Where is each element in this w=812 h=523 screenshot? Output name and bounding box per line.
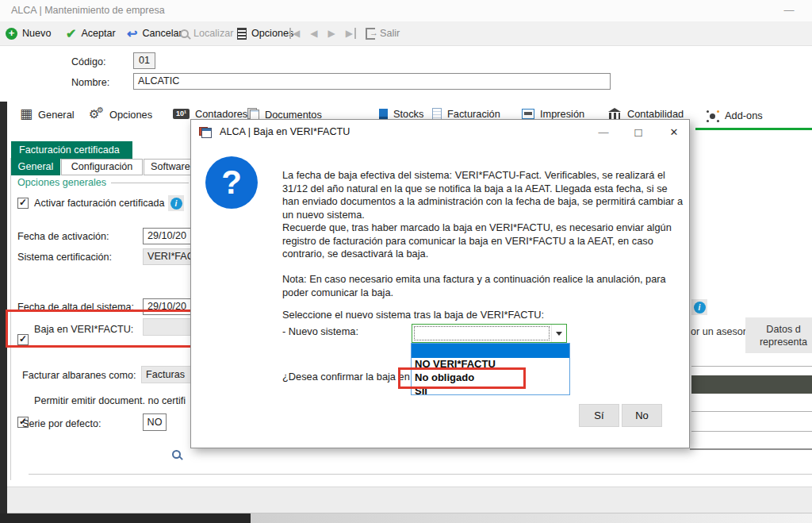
search-icon (180, 29, 189, 38)
window-minimize-icon[interactable]: — (776, 2, 802, 19)
addons-icon (705, 108, 719, 122)
no-button[interactable]: No (622, 404, 662, 427)
serie-defecto-label: Serie por defecto: (22, 418, 101, 429)
next-record-icon[interactable] (327, 28, 335, 39)
previous-record-icon[interactable] (310, 28, 317, 39)
nombre-field[interactable]: ALCATIC (133, 73, 611, 90)
sistema-certificacion-label: Sistema certificación: (17, 252, 112, 263)
gears-icon (89, 108, 104, 121)
dialog-paragraph-1: La fecha de baja efectiva del sistema: V… (282, 169, 685, 221)
aceptar-button[interactable]: Aceptar (66, 21, 116, 45)
tab-contabilidad-label: Contabilidad (627, 108, 684, 120)
salir-button[interactable]: Salir (366, 21, 400, 45)
desktop-fragment (251, 513, 812, 523)
activar-label: Activar facturación certificada (34, 198, 165, 209)
info-circle-icon (694, 302, 706, 313)
dialog-paragraph-2: Recuerde que, tras haber marcado la baja… (282, 221, 685, 261)
tab-general[interactable]: General (20, 108, 75, 121)
dialog-minimize-icon[interactable] (592, 120, 615, 144)
tab-impresion[interactable]: Impresión (522, 108, 584, 120)
activar-checkbox[interactable] (17, 198, 29, 209)
app-window: ALCA | Mantenimiento de empresa — Nuevo … (0, 0, 812, 523)
asesor-text: or un asesor (691, 326, 746, 337)
tab-addons[interactable]: Add-ons (705, 108, 763, 122)
tab-stocks[interactable]: Stocks (379, 108, 423, 120)
facturar-albaranes-label: Facturar albaranes como: (22, 370, 136, 381)
table-line (691, 366, 812, 367)
tab-facturacion[interactable]: Facturación (432, 108, 500, 120)
table-line (691, 431, 812, 432)
taskbar-fragment (0, 513, 251, 523)
tab-contabilidad[interactable]: Contabilidad (607, 108, 684, 120)
stock-box-icon (379, 109, 388, 120)
si-button[interactable]: Sí (579, 404, 619, 427)
tab-facturacion-label: Facturación (447, 108, 500, 120)
dropdown-option-selected-blank[interactable] (412, 344, 569, 358)
nuevo-sistema-label: - Nuevo sistema: (282, 325, 358, 337)
counter-icon: 10¹ (173, 109, 190, 119)
confirm-question-text: ¿Desea confirmar la baja en (282, 371, 410, 383)
baja-highlight-rectangle (6, 310, 193, 348)
opciones-generales-heading: Opciones generales (17, 177, 106, 188)
first-record-icon[interactable] (289, 28, 300, 39)
datos-line2: representa (760, 336, 807, 348)
salir-label: Salir (380, 28, 400, 39)
exit-icon (366, 28, 375, 40)
serie-defecto-field[interactable]: NO (143, 413, 167, 431)
serie-search-icon[interactable] (172, 450, 181, 459)
nuevo-sistema-combobox[interactable] (412, 324, 567, 343)
cancelar-button[interactable]: Cancelar (127, 21, 182, 45)
baja-verifactu-dialog: ALCA | Baja en VERI*FACTU La fecha de ba… (190, 119, 690, 448)
combo-focus-rect (414, 326, 550, 340)
tab-opciones[interactable]: Opciones (89, 108, 152, 121)
table-icon (20, 108, 33, 121)
check-icon (66, 26, 76, 41)
tab-general-label: General (38, 109, 75, 121)
info-icon[interactable] (168, 195, 184, 211)
panel-bottom-border (29, 474, 812, 475)
cancelar-label: Cancelar (142, 28, 182, 39)
plus-icon (6, 28, 17, 40)
codigo-label: Código: (71, 56, 105, 67)
dialog-paragraph-3: Nota: En caso necesario emita una factur… (282, 273, 685, 299)
window-title: ALCA | Mantenimiento de empresa (11, 5, 165, 16)
localizar-button[interactable]: Localizar (180, 21, 233, 45)
dialog-title: ALCA | Baja en VERI*FACTU (220, 126, 350, 137)
no-obligado-highlight-rectangle (398, 367, 526, 389)
tab-stocks-label: Stocks (393, 108, 423, 120)
tab-contadores[interactable]: 10¹ Contadores (173, 108, 247, 120)
nuevo-button[interactable]: Nuevo (6, 21, 51, 45)
opciones-button[interactable]: Opciones (237, 21, 293, 45)
subtab-configuracion[interactable]: Configuración (61, 159, 143, 175)
datos-line1: Datos d (766, 323, 800, 336)
dialog-close-icon[interactable] (662, 120, 686, 144)
info-icon-right[interactable] (691, 299, 707, 315)
selected-tab-indicator (695, 128, 812, 130)
nombre-label: Nombre: (71, 77, 109, 88)
last-record-icon[interactable] (346, 28, 356, 39)
status-bar (7, 486, 812, 513)
facturacion-certificada-tab[interactable]: Facturación certificada (11, 141, 132, 159)
aceptar-label: Aceptar (81, 28, 115, 39)
invoice-icon (432, 108, 442, 120)
dialog-maximize-icon[interactable] (626, 120, 650, 144)
table-line (691, 411, 812, 412)
combo-dropdown-button[interactable] (551, 325, 566, 342)
record-navigation (289, 21, 356, 45)
datos-representante-button[interactable]: Datos d representa (745, 317, 812, 353)
codigo-field[interactable]: 01 (133, 52, 155, 69)
tab-impresion-label: Impresión (540, 108, 584, 120)
bank-icon (607, 108, 622, 120)
dialog-select-instruction: Seleccione el nuevo sistema tras la baja… (282, 309, 685, 322)
question-icon (205, 156, 258, 209)
fecha-activacion-label: Fecha de activación: (17, 231, 109, 242)
permitir-label: Permitir emitir document. no certifi (34, 395, 186, 406)
info-circle-icon (170, 198, 182, 210)
title-bar: ALCA | Mantenimiento de empresa — (0, 0, 812, 21)
tab-contadores-label: Contadores (195, 108, 247, 120)
tab-addons-label: Add-ons (725, 110, 763, 121)
subtab-general[interactable]: General (11, 159, 60, 175)
opciones-label: Opciones (251, 28, 293, 39)
nuevo-label: Nuevo (22, 28, 51, 39)
tab-opciones-label: Opciones (109, 109, 152, 121)
